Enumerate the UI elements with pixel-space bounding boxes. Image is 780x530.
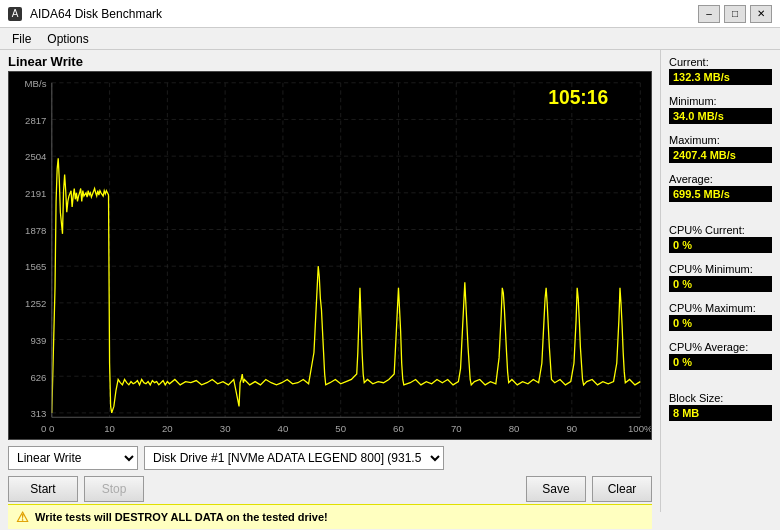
minimize-button[interactable]: –	[698, 5, 720, 23]
stat-current: Current: 132.3 MB/s	[669, 56, 772, 89]
stat-cpu-minimum: CPU% Minimum: 0 %	[669, 263, 772, 296]
buttons-row: Start Stop Save Clear	[8, 474, 652, 504]
current-value: 132.3 MB/s	[669, 69, 772, 85]
drive-select[interactable]: Disk Drive #1 [NVMe ADATA LEGEND 800] (9…	[144, 446, 444, 470]
svg-text:313: 313	[30, 408, 46, 419]
average-label: Average:	[669, 173, 772, 185]
svg-text:100%: 100%	[628, 423, 651, 434]
svg-rect-0	[9, 72, 651, 439]
svg-text:2504: 2504	[25, 151, 47, 162]
right-panel: Current: 132.3 MB/s Minimum: 34.0 MB/s M…	[660, 50, 780, 512]
cpu-maximum-label: CPU% Maximum:	[669, 302, 772, 314]
svg-text:50: 50	[335, 423, 346, 434]
svg-text:0: 0	[49, 423, 54, 434]
chart-area: Linear Write	[0, 50, 660, 512]
start-button[interactable]: Start	[8, 476, 78, 502]
stat-average: Average: 699.5 MB/s	[669, 173, 772, 206]
svg-text:20: 20	[162, 423, 173, 434]
chart-title: Linear Write	[8, 54, 652, 69]
minimum-value: 34.0 MB/s	[669, 108, 772, 124]
svg-text:90: 90	[566, 423, 577, 434]
warning-icon: ⚠	[16, 509, 29, 525]
svg-text:1252: 1252	[25, 298, 46, 309]
svg-text:105:16: 105:16	[548, 87, 608, 108]
stop-button[interactable]: Stop	[84, 476, 144, 502]
svg-text:60: 60	[393, 423, 404, 434]
stat-cpu-current: CPU% Current: 0 %	[669, 224, 772, 257]
maximize-button[interactable]: □	[724, 5, 746, 23]
svg-text:40: 40	[278, 423, 289, 434]
chart-wrapper: MB/s 2817 2504 2191 1878 1565 1252 939 6…	[8, 71, 652, 440]
cpu-average-label: CPU% Average:	[669, 341, 772, 353]
cpu-current-value: 0 %	[669, 237, 772, 253]
block-size-label: Block Size:	[669, 392, 772, 404]
svg-text:70: 70	[451, 423, 462, 434]
test-type-select[interactable]: Linear Write Linear Read Random Write Ra…	[8, 446, 138, 470]
warning-text: Write tests will DESTROY ALL DATA on the…	[35, 511, 328, 523]
current-label: Current:	[669, 56, 772, 68]
svg-text:626: 626	[30, 372, 46, 383]
save-button[interactable]: Save	[526, 476, 586, 502]
stat-block-size: Block Size: 8 MB	[669, 392, 772, 425]
close-button[interactable]: ✕	[750, 5, 772, 23]
cpu-minimum-value: 0 %	[669, 276, 772, 292]
svg-text:10: 10	[104, 423, 115, 434]
maximum-value: 2407.4 MB/s	[669, 147, 772, 163]
stat-cpu-average: CPU% Average: 0 %	[669, 341, 772, 374]
average-value: 699.5 MB/s	[669, 186, 772, 202]
chart-svg: MB/s 2817 2504 2191 1878 1565 1252 939 6…	[9, 72, 651, 439]
svg-text:2191: 2191	[25, 188, 46, 199]
maximum-label: Maximum:	[669, 134, 772, 146]
cpu-current-label: CPU% Current:	[669, 224, 772, 236]
cpu-maximum-value: 0 %	[669, 315, 772, 331]
menu-bar: File Options	[0, 28, 780, 50]
clear-button[interactable]: Clear	[592, 476, 652, 502]
svg-text:MB/s: MB/s	[25, 78, 47, 89]
svg-text:2817: 2817	[25, 115, 46, 126]
svg-text:80: 80	[509, 423, 520, 434]
menu-file[interactable]: File	[4, 30, 39, 48]
svg-text:1565: 1565	[25, 261, 46, 272]
svg-text:0: 0	[41, 423, 46, 434]
svg-text:1878: 1878	[25, 225, 46, 236]
minimum-label: Minimum:	[669, 95, 772, 107]
controls-row: Linear Write Linear Read Random Write Ra…	[8, 440, 652, 474]
title-bar-controls[interactable]: – □ ✕	[698, 5, 772, 23]
svg-text:939: 939	[30, 335, 46, 346]
stat-maximum: Maximum: 2407.4 MB/s	[669, 134, 772, 167]
title-bar: A AIDA64 Disk Benchmark – □ ✕	[0, 0, 780, 28]
main-content: Linear Write	[0, 50, 780, 512]
app-icon: A	[8, 7, 22, 21]
cpu-minimum-label: CPU% Minimum:	[669, 263, 772, 275]
menu-options[interactable]: Options	[39, 30, 96, 48]
title-bar-left: A AIDA64 Disk Benchmark	[8, 7, 162, 21]
svg-text:30: 30	[220, 423, 231, 434]
stat-cpu-maximum: CPU% Maximum: 0 %	[669, 302, 772, 335]
stat-minimum: Minimum: 34.0 MB/s	[669, 95, 772, 128]
window-title: AIDA64 Disk Benchmark	[30, 7, 162, 21]
block-size-value: 8 MB	[669, 405, 772, 421]
warning-bar: ⚠ Write tests will DESTROY ALL DATA on t…	[8, 504, 652, 529]
cpu-average-value: 0 %	[669, 354, 772, 370]
